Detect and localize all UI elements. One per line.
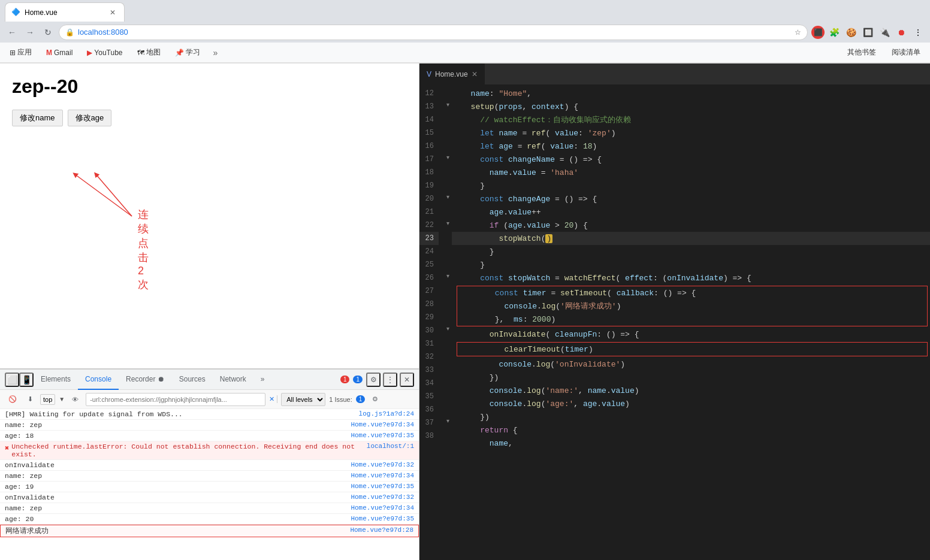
dropdown-arrow[interactable]: ▼	[59, 396, 65, 402]
devtools: ⬜ 📱 Elements Console Recorder ⏺ Sources …	[0, 368, 419, 560]
console-line-9: name: zep Home.vue?e97d:34	[0, 503, 419, 514]
devtools-more-icon[interactable]: ⋮	[383, 373, 397, 387]
cookie-icon[interactable]: 🍪	[844, 25, 858, 40]
console-link-error[interactable]: localhost/:1	[367, 443, 414, 450]
fold-26[interactable]: ▾	[443, 269, 452, 282]
navigation-bar: ← → ↻ 🔒 localhost:8080 ☆ ⬛ 🧩 🍪 🔲 🔌 ⏺ ⋮	[0, 22, 930, 43]
tab-sources[interactable]: Sources	[172, 370, 213, 390]
forward-button[interactable]: →	[23, 25, 37, 40]
console-link-7[interactable]: Home.vue?e97d:35	[351, 483, 414, 490]
console-line-10: age: 20 Home.vue?e97d:35	[0, 514, 419, 525]
page-buttons: 修改name 修改age	[12, 110, 407, 126]
filter-input[interactable]	[86, 393, 265, 406]
star-icon[interactable]: ☆	[795, 28, 801, 37]
line-num-34: 34	[419, 377, 439, 390]
devtools-mobile-icon[interactable]: 📱	[19, 373, 34, 387]
warning-badge: 1	[353, 376, 363, 383]
tab-title: Home.vue	[25, 8, 58, 17]
bookmarks-more-button[interactable]: »	[210, 46, 222, 60]
puzzle2-icon[interactable]: 🔲	[860, 25, 875, 40]
refresh-button[interactable]: ↻	[41, 25, 55, 40]
bookmark-youtube[interactable]: ▶ YouTube	[82, 46, 127, 59]
eye-icon[interactable]: 👁	[68, 395, 82, 404]
code-line-36: })	[452, 410, 930, 423]
annotation-text: 连续点击2次	[138, 207, 149, 292]
tab-elements[interactable]: Elements	[34, 370, 78, 390]
url-display: localhost:8080	[78, 28, 791, 37]
fold-30[interactable]: ▾	[443, 322, 452, 335]
record-icon[interactable]: ⏺	[894, 25, 908, 40]
bookmark-maps-label: 地图	[146, 47, 161, 57]
code-line-37: return {	[452, 423, 930, 437]
code-area: name: "Home", setup(props, context) { //…	[452, 84, 930, 560]
code-line-25: }	[452, 258, 930, 271]
devtools-close-icon[interactable]: ✕	[400, 373, 414, 387]
line-num-38: 38	[419, 429, 439, 443]
line-num-29: 29	[419, 311, 439, 324]
code-line-23: stopWatch()	[452, 232, 930, 245]
change-age-button[interactable]: 修改age	[68, 110, 112, 126]
back-button[interactable]: ←	[5, 25, 19, 40]
puzzle3-icon[interactable]: 🔌	[877, 25, 892, 40]
browser-tab[interactable]: 🔷 Home.vue ✕	[5, 2, 125, 22]
tab-recorder[interactable]: Recorder ⏺	[119, 370, 172, 390]
line-num-35: 35	[419, 390, 439, 403]
fold-20[interactable]: ▾	[443, 190, 452, 203]
bookmark-study[interactable]: 📌 学习	[170, 45, 205, 60]
console-link-10[interactable]: Home.vue?e97d:35	[351, 515, 414, 522]
puzzle-icon[interactable]: 🧩	[827, 25, 841, 40]
vue-icon: V	[427, 70, 431, 78]
console-link-9[interactable]: Home.vue?e97d:34	[351, 504, 414, 511]
address-bar[interactable]: 🔒 localhost:8080 ☆	[59, 25, 808, 40]
devtools-inspect-icon[interactable]: ⬜	[5, 373, 19, 387]
tab-more[interactable]: »	[253, 370, 272, 390]
line-num-24: 24	[419, 245, 439, 258]
fold-13[interactable]: ▾	[443, 98, 452, 111]
tab-console[interactable]: Console	[78, 370, 119, 390]
console-link-5[interactable]: Home.vue?e97d:32	[351, 461, 414, 468]
reading-list[interactable]: 阅读清单	[887, 45, 925, 60]
main-split: zep--20 修改name 修改age 连续点击2次	[0, 63, 930, 560]
fold-37[interactable]: ▾	[443, 414, 452, 427]
code-line-28: console.log('网络请求成功')	[457, 299, 927, 313]
page-title: zep--20	[12, 75, 407, 98]
vscode-tab-label: Home.vue	[435, 70, 468, 78]
bookmark-gmail[interactable]: M Gmail	[41, 46, 77, 59]
devtools-right-icons: 1 1 ⚙ ⋮ ✕	[340, 373, 414, 387]
vscode-tab-close-button[interactable]: ✕	[472, 70, 478, 78]
bookmark-apps[interactable]: ⊞ 应用	[5, 45, 37, 60]
log-levels-select[interactable]: All levels	[281, 393, 325, 406]
extensions-icon[interactable]: ⬛	[811, 26, 825, 39]
console-line-1: [HMR] Waiting for update signal from WDS…	[0, 409, 419, 420]
console-toolbar: 🚫 ⬇ top ▼ 👁 ✕ All levels 1 Issue: 1 ⚙	[0, 390, 419, 409]
fold-17[interactable]: ▾	[443, 150, 452, 164]
console-link-6[interactable]: Home.vue?e97d:34	[351, 472, 414, 479]
tab-favicon: 🔷	[11, 8, 21, 17]
line-num-13: 13	[419, 100, 439, 113]
tab-close-button[interactable]: ✕	[107, 7, 118, 18]
console-link-2[interactable]: Home.vue?e97d:34	[351, 421, 414, 428]
issues-settings-icon[interactable]: ⚙	[369, 394, 382, 404]
code-line-19: }	[452, 179, 930, 192]
filter-clear-icon[interactable]: ✕	[269, 395, 277, 403]
filter-toggle[interactable]: ⬇	[24, 394, 37, 404]
line-num-18: 18	[419, 166, 439, 179]
code-line-16: let age = ref( value: 18)	[452, 140, 930, 153]
code-line-14: // watchEffect：自动收集响应式的依赖	[452, 113, 930, 126]
fold-22[interactable]: ▾	[443, 216, 452, 229]
change-name-button[interactable]: 修改name	[12, 110, 63, 126]
tab-network[interactable]: Network	[213, 370, 253, 390]
vscode-tab-home[interactable]: V Home.vue ✕	[419, 63, 485, 84]
other-bookmarks[interactable]: 其他书签	[843, 45, 881, 60]
line-num-37: 37	[419, 416, 439, 429]
bookmark-maps[interactable]: 🗺 地图	[132, 45, 165, 60]
issues-count-badge: 1	[356, 395, 366, 403]
console-link-8[interactable]: Home.vue?e97d:32	[351, 494, 414, 501]
console-link-3[interactable]: Home.vue?e97d:35	[351, 432, 414, 439]
devtools-settings-icon[interactable]: ⚙	[366, 373, 381, 387]
console-link-network[interactable]: Home.vue?e97d:28	[350, 526, 413, 534]
devtools-tabs: ⬜ 📱 Elements Console Recorder ⏺ Sources …	[0, 370, 419, 390]
clear-console-button[interactable]: 🚫	[5, 394, 20, 404]
console-link-1[interactable]: log.js?1a?d:24	[359, 410, 414, 417]
menu-icon[interactable]: ⋮	[911, 25, 925, 40]
